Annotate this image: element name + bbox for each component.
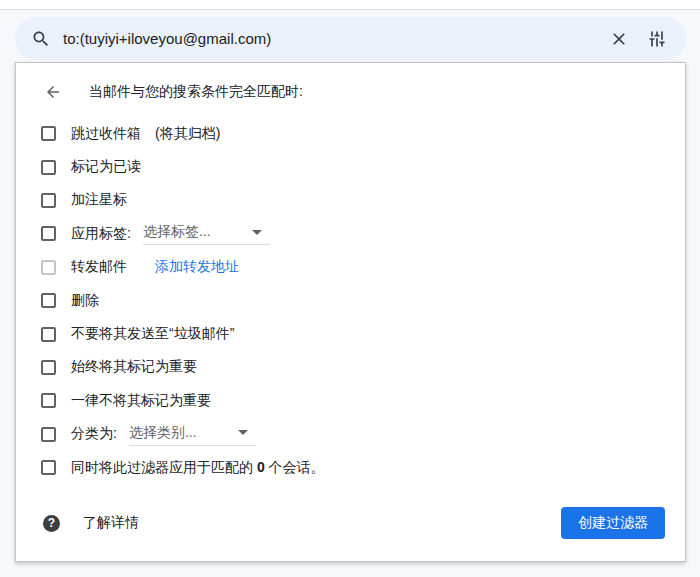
browser-top-strip [0,0,700,10]
option-row-categorize: 分类为: 选择类别... [16,418,685,451]
learn-more-link[interactable]: 了解详情 [83,514,139,532]
apply-existing-prefix: 同时将此过滤器应用于匹配的 [71,459,257,475]
option-label: 转发邮件 [71,258,127,276]
category-select-dropdown[interactable]: 选择类别... [129,423,256,446]
checkbox-never-important[interactable] [41,393,56,408]
option-row-never-important: 一律不将其标记为重要 [16,384,685,417]
option-row-apply-existing: 同时将此过滤器应用于匹配的 0 个会话。 [16,451,685,484]
option-row-no-spam: 不要将其发送至“垃圾邮件” [16,317,685,350]
panel-header: 当邮件与您的搜索条件完全匹配时: [16,63,685,102]
checkbox-mark-read[interactable] [41,160,56,175]
checkbox-categorize[interactable] [41,427,56,442]
option-label: 一律不将其标记为重要 [71,392,211,410]
search-input[interactable]: to:(tuyiyi+iloveyou@gmail.com) [63,30,608,47]
dropdown-value: 选择标签... [143,223,211,241]
option-row-star: 加注星标 [16,184,685,217]
help-icon[interactable]: ? [43,515,60,532]
checkbox-delete[interactable] [41,293,56,308]
search-options-tune-icon[interactable] [646,28,668,50]
chevron-down-icon [238,430,248,435]
checkbox-apply-label[interactable] [41,226,56,241]
add-forwarding-address-link[interactable]: 添加转发地址 [155,258,239,276]
checkbox-forward [41,260,56,275]
option-label: 加注星标 [71,191,127,209]
filter-options-list: 跳过收件箱 (将其归档) 标记为已读 加注星标 应用标签: 选择标签... 转发… [16,117,685,484]
dropdown-value: 选择类别... [129,424,197,442]
option-label: 不要将其发送至“垃圾邮件” [71,325,234,343]
option-label: 标记为已读 [71,158,141,176]
option-label: 同时将此过滤器应用于匹配的 0 个会话。 [71,459,325,477]
checkbox-always-important[interactable] [41,360,56,375]
label-select-dropdown[interactable]: 选择标签... [143,222,270,245]
close-icon[interactable] [608,28,630,50]
option-label: 始终将其标记为重要 [71,358,197,376]
checkbox-apply-existing[interactable] [41,460,56,475]
option-row-always-important: 始终将其标记为重要 [16,351,685,384]
option-label: 分类为: [71,425,117,443]
create-filter-button[interactable]: 创建过滤器 [561,507,665,539]
arrow-back-icon[interactable] [43,82,63,102]
panel-title: 当邮件与您的搜索条件完全匹配时: [89,83,303,101]
checkbox-skip-inbox[interactable] [41,126,56,141]
option-row-mark-read: 标记为已读 [16,150,685,183]
option-row-apply-label: 应用标签: 选择标签... [16,217,685,250]
filter-options-panel: 当邮件与您的搜索条件完全匹配时: 跳过收件箱 (将其归档) 标记为已读 加注星标… [15,62,686,562]
checkbox-no-spam[interactable] [41,327,56,342]
option-row-skip-inbox: 跳过收件箱 (将其归档) [16,117,685,150]
chevron-down-icon [252,230,262,235]
option-label: 删除 [71,292,99,310]
option-label: 应用标签: [71,225,131,243]
option-row-delete: 删除 [16,284,685,317]
option-label: 跳过收件箱 (将其归档) [71,125,220,143]
search-icon [31,29,51,49]
gmail-search-bar[interactable]: to:(tuyiyi+iloveyou@gmail.com) [15,17,686,60]
apply-existing-suffix: 个会话。 [265,459,325,475]
option-row-forward: 转发邮件 添加转发地址 [16,251,685,284]
panel-footer: ? 了解详情 创建过滤器 [16,507,685,539]
checkbox-star[interactable] [41,193,56,208]
matching-count: 0 [257,459,265,475]
